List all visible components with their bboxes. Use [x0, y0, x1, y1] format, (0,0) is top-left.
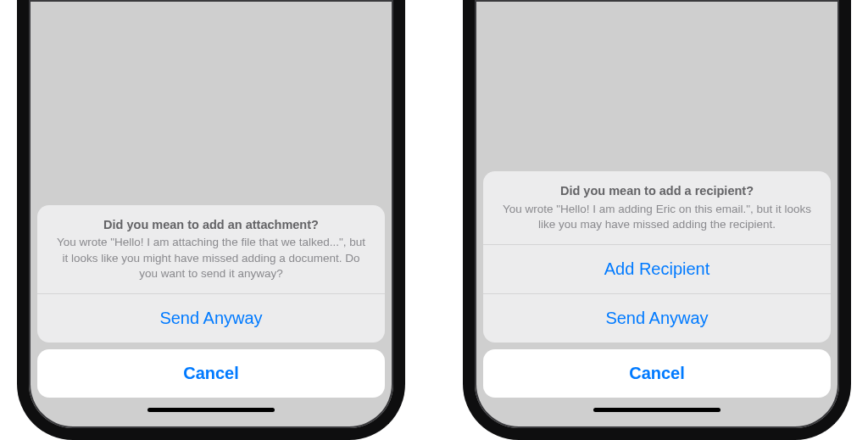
action-sheet-message: You wrote "Hello! I am adding Eric on th…: [500, 202, 814, 232]
action-sheet-main-group: Did you mean to add a recipient? You wro…: [483, 171, 831, 343]
home-bar[interactable]: [147, 408, 275, 412]
add-recipient-button[interactable]: Add Recipient: [483, 245, 831, 293]
action-sheet-cancel-group: Cancel: [483, 349, 831, 398]
action-sheet-title: Did you mean to add a recipient?: [500, 183, 814, 199]
action-sheet-header: Did you mean to add an attachment? You w…: [37, 205, 385, 295]
action-sheet-attachment: Did you mean to add an attachment? You w…: [29, 198, 393, 429]
screen-left: Did you mean to add an attachment? You w…: [29, 0, 393, 428]
action-sheet-cancel-group: Cancel: [37, 349, 385, 398]
screen-right: Did you mean to add a recipient? You wro…: [475, 0, 839, 428]
phone-left: Did you mean to add an attachment? You w…: [17, 0, 405, 440]
action-sheet-header: Did you mean to add a recipient? You wro…: [483, 171, 831, 245]
send-anyway-button[interactable]: Send Anyway: [483, 293, 831, 343]
action-sheet-message: You wrote "Hello! I am attaching the fil…: [54, 235, 368, 281]
cancel-button[interactable]: Cancel: [37, 349, 385, 398]
home-indicator: [483, 404, 831, 420]
home-indicator: [37, 404, 385, 420]
send-anyway-button[interactable]: Send Anyway: [37, 294, 385, 343]
action-sheet-recipient: Did you mean to add a recipient? You wro…: [475, 164, 839, 428]
action-sheet-main-group: Did you mean to add an attachment? You w…: [37, 205, 385, 343]
action-sheet-title: Did you mean to add an attachment?: [54, 217, 368, 233]
home-bar[interactable]: [593, 408, 721, 412]
phone-right: Did you mean to add a recipient? You wro…: [463, 0, 851, 440]
cancel-button[interactable]: Cancel: [483, 349, 831, 398]
